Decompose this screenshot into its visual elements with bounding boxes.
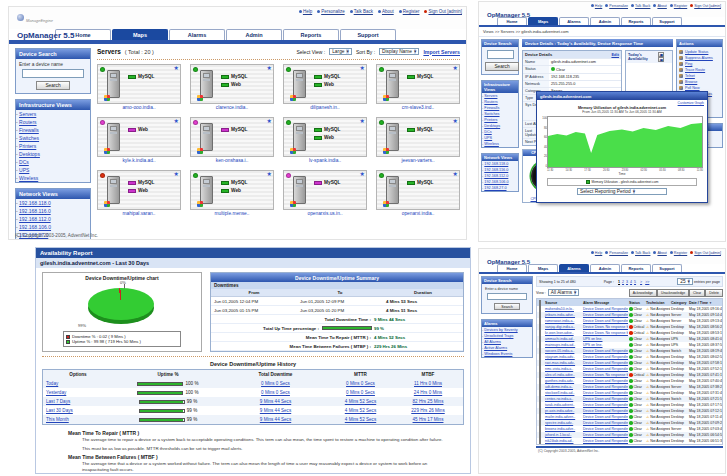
alarms-link[interactable]: Windows Events (484, 352, 512, 356)
header-link[interactable]: Help (591, 4, 602, 8)
alarm-message-link[interactable]: Device Down. No response for last 5 poll… (583, 325, 628, 329)
server-name-link[interactable]: cm-slave3.ind.. (376, 105, 460, 110)
tab[interactable]: Admin (590, 264, 620, 272)
header-link[interactable]: About (653, 251, 666, 255)
favorite-star-icon[interactable]: ★ (360, 118, 365, 124)
alarm-message-link[interactable]: Device Down and Responding Now. (583, 409, 628, 413)
customize-graph-link[interactable]: Customize Graph (678, 101, 704, 105)
page-number-link[interactable]: 4 (630, 280, 632, 284)
header-link[interactable]: Talk Back (350, 9, 373, 14)
tab[interactable]: Maps (528, 264, 558, 272)
infrastructure-view-link[interactable]: Wireless (19, 175, 38, 181)
mttr-link[interactable]: 4 Mins 52 Secs (345, 417, 376, 422)
downtime-link[interactable]: 9 Mins 44 Secs (260, 417, 291, 422)
network-view-link[interactable]: 192.168.106.0 (19, 224, 51, 230)
tab[interactable]: Admin (590, 17, 620, 25)
downtime-link[interactable]: 9 Mins 44 Secs (260, 399, 291, 404)
action-link[interactable]: Trace Route (685, 68, 705, 72)
alarm-message-link[interactable]: Device Down and Responding Now. (583, 319, 628, 323)
alarm-source-link[interactable]: mailer.india.adven.. (545, 415, 575, 419)
network-view-link[interactable]: 192.168.112.0 (19, 216, 51, 222)
infrastructure-view-link[interactable]: Servers (484, 94, 497, 98)
col-technician[interactable]: Technician (645, 299, 670, 306)
alarm-source-link[interactable]: swcore-05.india.a.. (545, 349, 574, 353)
tab[interactable]: Reports (621, 264, 651, 272)
tab[interactable]: Maps (528, 17, 558, 25)
action-link[interactable]: Browse (685, 80, 697, 84)
alarm-message-link[interactable]: Device Down. No response for last 5 poll… (583, 331, 628, 335)
favorite-star-icon[interactable]: ★ (453, 65, 458, 71)
alarm-message-link[interactable]: Device Down and Responding Now. (583, 439, 628, 443)
alarm-message-link[interactable]: UPS on line. (583, 337, 602, 341)
infrastructure-view-link[interactable]: Switches (484, 112, 499, 116)
tab[interactable]: Alarms (169, 29, 225, 40)
downtime-link[interactable]: 9 Mins 44 Secs (260, 408, 291, 413)
alarm-source-link[interactable]: brownz.india.adve.. (545, 427, 575, 431)
favorite-star-icon[interactable]: ★ (267, 171, 272, 177)
popup-title-bar[interactable]: gilesh.india.adventnet.com (537, 92, 707, 100)
page-next-link[interactable]: > (640, 280, 642, 284)
header-link[interactable]: Register (670, 251, 687, 255)
alarms-link[interactable]: Devices by Severity (484, 328, 517, 332)
header-link[interactable]: Personalize (605, 4, 628, 8)
header-link[interactable]: Sign Out [admin] (690, 4, 721, 8)
tab[interactable]: Reports (621, 17, 651, 25)
alarm-message-link[interactable]: Device Down and Responding Now. (583, 421, 628, 425)
alarm-source-link[interactable]: stockwell.india.ad.. (545, 391, 574, 395)
server-name-link[interactable]: lv-spank.india.. (283, 158, 367, 163)
alarm-message-link[interactable]: UPS on line. (583, 343, 602, 347)
infrastructure-view-link[interactable]: Routers (484, 100, 497, 104)
alarms-link[interactable]: Active Alarms (484, 346, 507, 350)
toolbar-button[interactable]: Delete (705, 289, 723, 297)
tab[interactable]: Maps (112, 29, 168, 40)
search-button[interactable]: Search (494, 303, 520, 310)
favorite-star-icon[interactable]: ★ (267, 65, 272, 71)
infrastructure-view-link[interactable]: Printers (484, 118, 497, 122)
infrastructure-view-link[interactable]: DCs (19, 159, 29, 165)
select-all-checkbox[interactable] (539, 300, 541, 306)
network-view-link[interactable]: 192.168.118.0 (19, 200, 51, 206)
alarm-source-link[interactable]: mainsups.india.ad.. (545, 343, 575, 347)
server-name-link[interactable]: amo-ooo.india.. (97, 105, 181, 110)
alarm-message-link[interactable]: Device Down and Responding Now. (583, 313, 628, 317)
infrastructure-view-link[interactable]: Switches (19, 135, 39, 141)
search-button[interactable]: Search (485, 62, 519, 71)
alarm-source-link[interactable]: johord.in.1.local.. (545, 433, 571, 437)
favorite-star-icon[interactable]: ★ (174, 171, 179, 177)
favorite-star-icon[interactable]: ★ (267, 118, 272, 124)
per-page-dropdown[interactable]: 25▾ (677, 278, 693, 285)
header-link[interactable]: About (653, 4, 666, 8)
server-card[interactable]: ★ MySQL ken-onshasa.i.. (190, 117, 274, 163)
mtbf-link[interactable]: 24 Hrs 0 Mins (414, 390, 442, 395)
mttr-link[interactable]: 4 Mins 52 Secs (345, 408, 376, 413)
select-view-dropdown[interactable]: Large▾ (329, 48, 352, 55)
col-alarm-message[interactable]: Alarm Message (582, 299, 628, 306)
network-view-link[interactable]: 192.168.106.0 (484, 180, 508, 184)
server-card[interactable]: ★ MySQL Web lv-spank.india.. (283, 117, 367, 163)
infrastructure-view-link[interactable]: Firewalls (484, 106, 499, 110)
server-name-link[interactable]: kyle.k.india.ad.. (97, 158, 181, 163)
header-link[interactable]: About (378, 9, 394, 14)
alarms-link[interactable]: Unsolicited Traps (484, 334, 513, 338)
alarm-message-link[interactable]: Device Down and Responding Now. (583, 355, 628, 359)
history-option-link[interactable]: Today (46, 381, 58, 386)
alarm-source-link[interactable]: tarak.india.advent.. (545, 403, 575, 407)
server-name-link[interactable]: multiple.mense.. (190, 211, 274, 216)
infrastructure-view-link[interactable]: Desktops (484, 124, 500, 128)
page-number-link[interactable]: 2 (622, 280, 624, 284)
header-link[interactable]: Personalize (317, 9, 345, 14)
mtbf-link[interactable]: 45 Hrs 17 Mins (413, 417, 444, 422)
downtime-link[interactable]: 0 Mins 0 Secs (261, 381, 290, 386)
alarm-source-link[interactable]: centos-rw.india.a.. (545, 397, 573, 401)
mtbf-link[interactable]: 11 Hrs 0 Mins (414, 381, 442, 386)
tab[interactable]: Support (652, 17, 682, 25)
favorite-star-icon[interactable]: ★ (453, 171, 458, 177)
table-view-button[interactable]: ▤ (658, 57, 664, 62)
alarm-source-link[interactable]: nmc-vista.india.a.. (545, 367, 573, 371)
device-search-input[interactable] (487, 293, 527, 300)
server-name-link[interactable]: clarence.india.. (190, 105, 274, 110)
server-name-link[interactable]: dilipanesh.in.. (283, 105, 367, 110)
mttr-link[interactable]: 4 Mins 52 Secs (345, 399, 376, 404)
col-status[interactable]: Status (628, 299, 645, 306)
favorite-star-icon[interactable]: ★ (453, 118, 458, 124)
